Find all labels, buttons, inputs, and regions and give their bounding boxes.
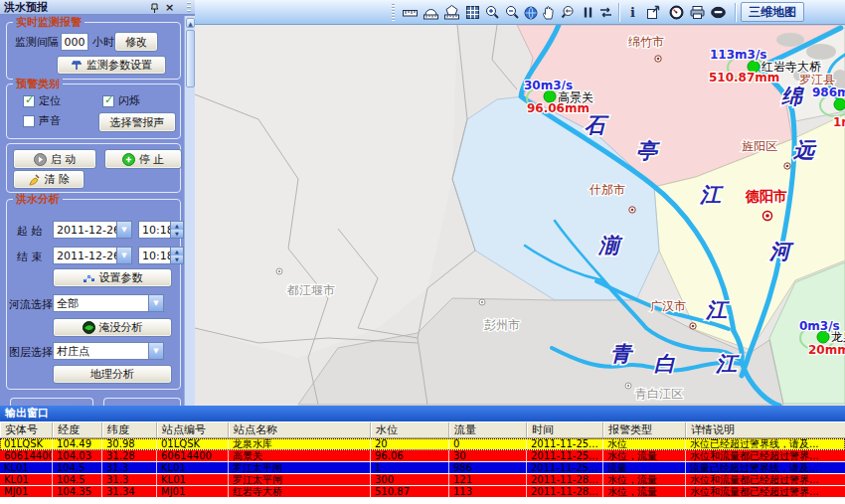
select-alarm-sound-button[interactable]: 选择警报声	[98, 112, 176, 132]
geo-analysis-button[interactable]: 地理分析	[53, 365, 172, 384]
col-header-detail[interactable]: 详情说明	[686, 422, 845, 437]
inundation-globe-icon	[83, 321, 95, 334]
station-rain-label: 96.06mm	[527, 101, 590, 115]
col-header-name[interactable]: 站点名称	[229, 422, 371, 437]
spin-down-icon[interactable]: ▼	[171, 255, 183, 263]
cell-type: 水位	[603, 438, 686, 449]
city-label: 青白江区	[635, 387, 683, 401]
pan-button[interactable]	[538, 2, 559, 23]
start-time-spinner[interactable]: 10:18 ▲▼	[138, 221, 184, 239]
col-header-type[interactable]: 报警类型	[603, 422, 686, 437]
set-params-button[interactable]: 设置参数	[53, 268, 172, 287]
scatter-params-icon	[83, 272, 95, 284]
chevron-down-icon[interactable]: ▼	[116, 248, 131, 263]
monitor-group: 实时监测报警 监测间隔 小时 修改 监测参数设置	[6, 22, 181, 80]
chevron-down-icon[interactable]: ▼	[148, 295, 163, 311]
geo-analysis-label: 地理分析	[90, 367, 134, 382]
panel-title: 洪水预报	[4, 1, 48, 14]
col-header-level[interactable]: 水位	[371, 422, 449, 437]
chevron-down-icon[interactable]: ▼	[148, 343, 163, 359]
identify-button[interactable]	[708, 2, 729, 23]
clear-button[interactable]: 清 除	[13, 170, 84, 189]
chevron-down-icon[interactable]: ▼	[116, 222, 131, 238]
map-3d-button[interactable]: 三维地图	[741, 2, 804, 22]
cell-entity: MJ01	[0, 486, 53, 497]
cell-code: KL01	[157, 474, 229, 485]
cell-code: KL01	[157, 462, 229, 473]
spin-down-icon[interactable]: ▼	[171, 230, 183, 238]
cell-detail: 流量已经超过警界线，请及...	[686, 462, 845, 473]
end-time-spinner[interactable]: 10:18 ▲▼	[138, 247, 184, 264]
checkbox-sound-label: 声音	[39, 114, 61, 128]
end-date-picker[interactable]: 2011-12-26 ▼	[53, 247, 132, 264]
station-flow-label: 113m3/s	[710, 48, 766, 62]
scroll-up-icon[interactable]: ▲	[186, 18, 195, 28]
table-row[interactable]: 01LQSK 104.49 30.98 01LQSK 龙泉水库 20 0 201…	[0, 438, 845, 450]
measure-distance-icon	[422, 4, 439, 21]
export-button[interactable]	[643, 2, 664, 23]
river-select-value: 全部	[54, 296, 148, 311]
zoom-previous-button[interactable]	[558, 2, 579, 23]
cell-lat: 31.28	[102, 450, 157, 461]
cell-time: 2011-11-25...	[527, 450, 603, 461]
zoom-in-button[interactable]	[482, 2, 503, 23]
cell-level: 300	[371, 474, 449, 485]
scrollbar-thumb[interactable]	[186, 30, 195, 87]
map-view[interactable]: 石 亭 江 湔 江 青 白 江 绵 远 河 绵	[195, 25, 845, 406]
flood-analysis-button[interactable]: 淹没分析	[53, 318, 172, 337]
stop-button[interactable]: 停 止	[104, 149, 182, 169]
print-button[interactable]	[687, 2, 708, 23]
checkbox-sound[interactable]: ✓	[23, 115, 35, 127]
cell-time: 2011-11-28...	[527, 486, 603, 497]
ruler-icon	[402, 4, 419, 21]
monitor-params-button[interactable]: 监测参数设置	[57, 56, 166, 75]
table-row[interactable]: MJ01 104.35 31.34 MJ01 红岩寺大桥 510.87 113 …	[0, 486, 845, 498]
col-header-lon[interactable]: 经度	[53, 422, 102, 437]
zoom-out-icon	[504, 4, 521, 21]
modify-button[interactable]: 修改	[114, 32, 158, 52]
spin-up-icon[interactable]: ▲	[171, 222, 183, 230]
start-button[interactable]: 启 动	[13, 149, 96, 169]
start-date-picker[interactable]: 2011-12-26 ▼	[53, 221, 132, 239]
info-button[interactable]: i	[622, 2, 643, 23]
col-header-lat[interactable]: 纬度	[102, 422, 157, 437]
col-header-flow[interactable]: 流量	[449, 422, 527, 437]
sidebar-scrollbar[interactable]: ▲	[184, 16, 195, 406]
table-row[interactable]: 60614400 104.03 31.28 60614400 高景关 96.06…	[0, 450, 845, 462]
sidebar-titlebar: 洪水预报 ×	[0, 0, 195, 15]
col-header-code[interactable]: 站点编号	[157, 422, 229, 437]
interval-input[interactable]	[61, 33, 88, 51]
panel-grip[interactable]	[187, 2, 191, 14]
measure-distance-button[interactable]	[421, 2, 441, 23]
col-header-entity[interactable]: 实体号	[0, 422, 53, 437]
analysis-group-title: 洪水分析	[13, 193, 63, 206]
col-header-time[interactable]: 时间	[527, 422, 603, 437]
river-label: 亭	[636, 139, 660, 163]
river-label: 青	[610, 342, 634, 366]
spin-up-icon[interactable]: ▲	[171, 248, 183, 255]
checkbox-flash[interactable]: ✓	[102, 95, 114, 107]
station-name-label: 龙泉水库	[831, 330, 845, 344]
select-alarm-sound-label: 选择警报声	[110, 115, 165, 130]
checkbox-position[interactable]: ✓	[23, 95, 35, 107]
pin-icon[interactable]	[148, 1, 161, 14]
map-3d-label: 三维地图	[749, 4, 796, 21]
layer-select[interactable]: 村庄点 ▼	[53, 342, 164, 360]
cell-detail: 水位和流量都已经超过警界...	[686, 450, 845, 461]
close-icon[interactable]: ×	[163, 1, 176, 14]
city-label: 旌阳区	[742, 139, 777, 153]
measure-ruler-button[interactable]	[400, 2, 421, 23]
speed-gauge-button[interactable]	[666, 2, 687, 23]
toolbar-grip[interactable]	[392, 4, 395, 21]
river-select[interactable]: 全部 ▼	[53, 294, 164, 312]
measure-area-button[interactable]	[441, 2, 462, 23]
grid-button[interactable]	[462, 2, 483, 23]
river-label: 江	[705, 298, 730, 322]
station-marker-luojiang[interactable]	[834, 98, 845, 110]
cell-flow: 113	[449, 486, 527, 497]
city-label: 绵竹市	[628, 35, 664, 49]
swap-button[interactable]	[595, 2, 616, 23]
table-row[interactable]: KL01 104.5 31.3 KL01 罗江太平闸 300 121 2011-…	[0, 474, 845, 486]
table-row-selected[interactable]: KL01 104.5 31.3 KL01 罗江太平闸 1 986 2011-11…	[0, 462, 845, 474]
analysis-group: 洪水分析 起 始 2011-12-26 ▼ 10:18 ▲▼ 结 束 2011-…	[6, 199, 181, 390]
